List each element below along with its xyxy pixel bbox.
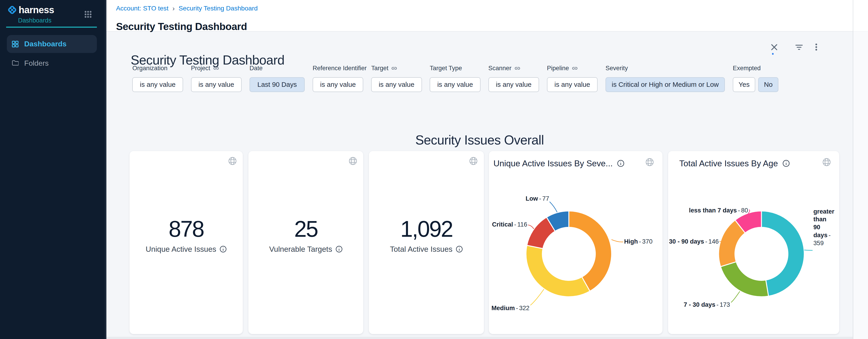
filter-project: Project is any value [191,64,242,92]
sidebar-item-label: Folders [24,59,49,67]
donut-slice-7-30-days[interactable] [721,262,769,297]
bottom-band [106,337,853,339]
sidebar-divider [6,27,97,28]
filter-label: Organization [132,64,183,72]
filter-label: Pipeline [547,64,597,72]
sidebar-edge [105,0,106,339]
globe-icon[interactable] [646,158,654,167]
info-icon[interactable] [782,160,790,167]
filter-organization-button[interactable]: is any value [132,77,183,92]
filter-label: Scanner [489,64,539,72]
link-icon [514,65,521,72]
apps-grid-icon[interactable] [84,11,92,18]
exempted-yes-button[interactable]: Yes [733,77,755,92]
slice-label-medium: Medium-322 [491,304,529,311]
donut-slice-greater-than-90-days[interactable] [762,211,804,296]
breadcrumb-account-link[interactable]: Account: STO test [116,4,168,12]
filter-pipeline-button[interactable]: is any value [547,77,597,92]
metric-label: Vulnerable Targets [248,245,363,254]
filter-pipeline: Pipeline is any value [547,64,597,92]
filter-label: Reference Identifier [313,64,363,72]
breadcrumb: Account: STO test › Security Testing Das… [116,4,257,12]
breadcrumb-page-link[interactable]: Security Testing Dashboard [179,4,258,12]
kebab-menu-icon[interactable] [815,44,817,51]
filter-label: Severity [606,64,725,72]
filter-scanner-button[interactable]: is any value [489,77,539,92]
top-bar: Account: STO test › Security Testing Das… [106,0,868,32]
card-total-active-issues-by-age: Total Active Issues By Age less than 7 d… [668,151,839,334]
donut-chart-age[interactable] [705,197,818,310]
filter-target-type-button[interactable]: is any value [430,77,480,92]
card-total-active-issues: 1,092 Total Active Issues [369,151,484,334]
link-icon [213,65,219,72]
close-icon[interactable] [771,44,777,50]
info-icon[interactable] [336,246,343,253]
exempted-no-button[interactable]: No [758,77,778,92]
page-title: Security Testing Dashboard [116,21,247,32]
filter-severity: Severity is Critical or High or Medium o… [606,64,725,92]
filter-target-button[interactable]: is any value [371,77,422,92]
main-content: Security Testing Dashboard Organization … [106,32,868,339]
card-unique-active-issues: 878 Unique Active Issues [129,151,243,334]
globe-icon[interactable] [469,157,478,166]
info-icon[interactable] [617,160,624,167]
link-icon [391,65,397,72]
sidebar-item-folders[interactable]: Folders [7,54,97,72]
slice-label-high: High-370 [624,238,652,245]
filter-label: Target Type [430,64,480,72]
chart-header: Unique Active Issues By Seve... [493,159,625,168]
breadcrumb-chevron-icon: › [173,4,175,12]
slice-label-30-90-days: 30 - 90 days-146 [669,238,719,245]
metric-value: 25 [248,218,363,240]
info-icon[interactable] [220,246,227,253]
slice-label-7-30-days: 7 - 30 days-173 [684,301,730,308]
filter-exempted: Exempted Yes No [733,64,778,92]
filter-target-type: Target Type is any value [430,64,480,92]
slice-label-greater-than-90-days: greater than 90 days-359 [813,208,835,247]
app-window: harness Dashboards Dashboards [0,0,868,339]
filter-reference-identifier: Reference Identifier is any value [313,64,363,92]
filter-date-button[interactable]: Last 90 Days [250,77,305,92]
link-icon [572,65,578,72]
donut-slice-medium[interactable] [526,245,590,297]
donut-chart-severity[interactable] [513,197,625,310]
filter-target: Target is any value [371,64,422,92]
filter-date: Date Last 90 Days [250,64,305,92]
filter-icon[interactable] [796,45,803,50]
scrollbar-track[interactable] [853,0,868,339]
filter-scanner: Scanner is any value [489,64,539,92]
product-label: Dashboards [18,17,51,24]
filter-severity-button[interactable]: is Critical or High or Medium or Low [606,77,725,92]
metric-value: 1,092 [369,218,484,240]
slice-label-critical: Critical-116 [492,221,527,228]
sidebar-item-label: Dashboards [24,40,66,48]
harness-logo-icon [7,4,18,15]
filter-label: Date [250,64,305,72]
globe-icon[interactable] [823,158,832,167]
globe-icon[interactable] [228,157,237,166]
filter-reference-identifier-button[interactable]: is any value [313,77,363,92]
filter-organization: Organization is any value [132,64,183,92]
info-icon[interactable] [456,246,463,253]
chart-title: Total Active Issues By Age [679,159,778,168]
slice-label-less-than-7-days: less than 7 days-80 [689,207,748,214]
metric-value: 878 [129,218,243,240]
sidebar-item-dashboards[interactable]: Dashboards [7,35,97,53]
chart-header: Total Active Issues By Age [679,159,790,168]
cursor-dot [772,53,774,55]
chart-title: Unique Active Issues By Seve... [493,159,613,168]
filter-project-button[interactable]: is any value [191,77,242,92]
filter-label: Target [371,64,422,72]
dashboards-grid-icon [12,41,19,48]
metric-label: Total Active Issues [369,245,484,254]
slice-label-low: Low-77 [526,195,549,202]
brand-name: harness [19,4,54,16]
filter-label: Project [191,64,242,72]
section-heading: Security Issues Overall [106,133,853,147]
metric-label: Unique Active Issues [129,245,243,254]
brand[interactable]: harness [7,4,54,16]
card-unique-active-issues-by-severity: Unique Active Issues By Seve... Low-77 C… [489,151,662,334]
globe-icon[interactable] [349,157,358,166]
folder-icon [12,60,19,66]
filter-label: Exempted [733,64,778,72]
